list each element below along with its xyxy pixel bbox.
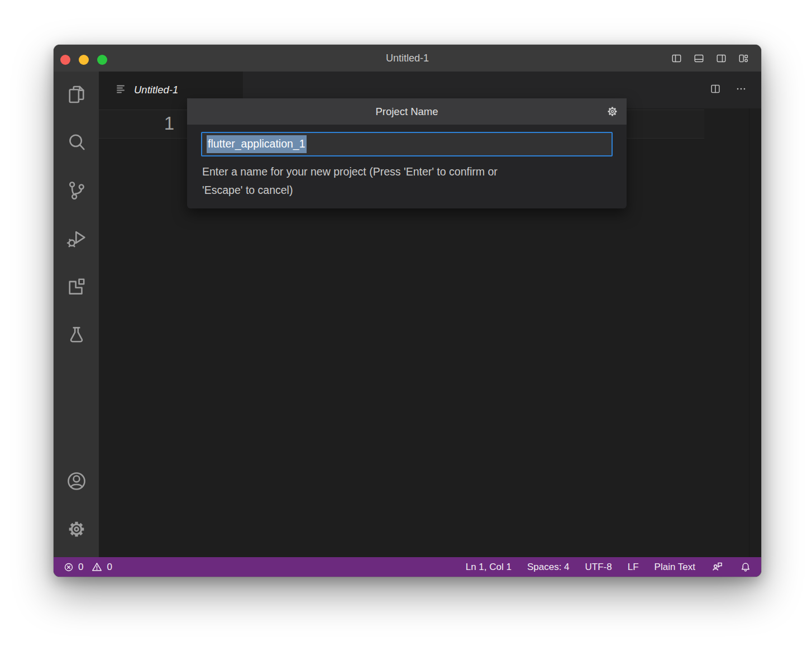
toggle-primary-sidebar-icon[interactable] xyxy=(671,53,682,64)
quick-input-prompt: Enter a name for your new project (Press… xyxy=(202,163,612,200)
indentation-status[interactable]: Spaces: 4 xyxy=(527,562,570,573)
warning-count: 0 xyxy=(107,562,112,573)
feedback-icon[interactable] xyxy=(711,560,724,573)
more-actions-icon[interactable] xyxy=(735,83,747,97)
split-editor-icon[interactable] xyxy=(709,83,722,97)
quick-input-title: Project Name xyxy=(187,98,627,125)
error-icon xyxy=(63,562,74,573)
titlebar-layout-controls xyxy=(671,45,749,72)
main-area: Untitled-1 1 xyxy=(54,72,761,557)
quick-input-header: Project Name xyxy=(187,98,627,125)
sidebar-item-source-control[interactable] xyxy=(54,168,99,216)
sidebar-item-search[interactable] xyxy=(54,120,99,168)
line-number: 1 xyxy=(99,109,174,138)
testing-flask-icon xyxy=(65,323,88,349)
encoding-status[interactable]: UTF-8 xyxy=(585,562,612,573)
editor-actions xyxy=(709,72,747,108)
window-title: Untitled-1 xyxy=(54,45,761,72)
cursor-position-status[interactable]: Ln 1, Col 1 xyxy=(466,562,512,573)
sidebar-item-explorer[interactable] xyxy=(54,72,99,120)
status-bar: 0 0 Ln 1, Col 1 Spaces: 4 UTF-8 LF Plain… xyxy=(54,557,761,577)
sidebar-item-extensions[interactable] xyxy=(54,264,99,312)
language-mode-status[interactable]: Plain Text xyxy=(655,562,695,573)
customize-layout-icon[interactable] xyxy=(738,53,749,64)
tab-label: Untitled-1 xyxy=(134,84,178,96)
project-name-input[interactable]: flutter_application_1 xyxy=(201,132,613,156)
account-icon xyxy=(65,469,88,495)
source-control-icon xyxy=(65,179,88,205)
sidebar-item-account[interactable] xyxy=(54,458,99,506)
toggle-secondary-sidebar-icon[interactable] xyxy=(715,53,727,64)
status-bar-right: Ln 1, Col 1 Spaces: 4 UTF-8 LF Plain Tex… xyxy=(466,560,761,573)
titlebar: Untitled-1 xyxy=(54,45,761,72)
eol-status[interactable]: LF xyxy=(628,562,639,573)
explorer-icon xyxy=(65,83,88,108)
problems-status[interactable]: 0 0 xyxy=(54,561,116,573)
activity-bar-spacer xyxy=(54,360,99,458)
prompt-line-1: Enter a name for your new project (Press… xyxy=(202,163,612,181)
sidebar-item-testing[interactable] xyxy=(54,312,99,360)
warning-icon xyxy=(91,561,103,573)
settings-gear-icon xyxy=(65,517,88,543)
input-selected-text: flutter_application_1 xyxy=(207,135,307,153)
search-icon xyxy=(65,131,88,156)
toggle-panel-icon[interactable] xyxy=(693,53,705,64)
sidebar-item-settings[interactable] xyxy=(54,506,99,554)
vscode-window: Untitled-1 xyxy=(54,45,761,577)
quick-input-dialog: Project Name flutter_appli xyxy=(187,98,627,208)
extensions-icon xyxy=(65,275,88,301)
sidebar-item-run-debug[interactable] xyxy=(54,216,99,264)
plain-text-file-icon xyxy=(115,83,127,97)
prompt-line-2: 'Escape' to cancel) xyxy=(202,181,612,200)
activity-bar xyxy=(54,72,99,557)
scrollbar-divider xyxy=(749,108,749,557)
settings-gear-icon[interactable] xyxy=(605,104,619,121)
run-debug-icon xyxy=(65,227,88,253)
bell-icon[interactable] xyxy=(739,561,752,573)
error-count: 0 xyxy=(78,562,83,573)
